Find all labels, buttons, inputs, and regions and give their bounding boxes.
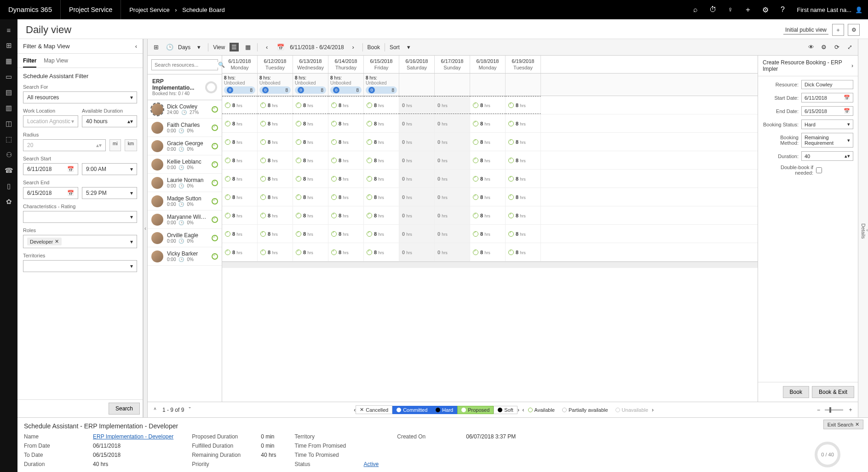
chevron-left-icon[interactable]: ‹ — [866, 227, 868, 233]
bp-start-input[interactable]: 6/11/2018📅 — [801, 93, 853, 102]
schedule-cell[interactable]: 8 hrs — [506, 96, 541, 114]
schedule-cell[interactable]: 8 hrs — [222, 225, 258, 243]
grid-view-icon[interactable]: ▦ — [243, 44, 253, 51]
schedule-cell[interactable]: 0 hrs — [435, 114, 470, 132]
resource-row[interactable]: Madge Sutton0:00 🕒 0% — [148, 192, 222, 210]
schedule-cell[interactable]: 0 hrs — [399, 151, 435, 169]
work-location-select[interactable]: Location Agnostic▾ — [23, 115, 78, 127]
schedule-cell[interactable]: 8 hrs — [506, 170, 541, 188]
book-button[interactable]: Book — [783, 386, 809, 398]
schedule-cell[interactable]: 0 hrs — [435, 170, 470, 188]
help-icon[interactable]: ? — [774, 6, 792, 14]
schedule-cell[interactable]: 0 hrs — [399, 96, 435, 114]
chevron-down-icon[interactable]: ＾ — [152, 406, 158, 414]
nav-item-5[interactable]: ▥ — [0, 100, 17, 116]
schedule-cell[interactable]: 8 hrs — [470, 188, 506, 206]
search-start-date[interactable]: 6/11/2018📅 — [23, 163, 78, 175]
book-button[interactable]: Book — [368, 44, 380, 51]
nav-item-11[interactable]: ✿ — [0, 194, 17, 210]
legend-next2-icon[interactable]: › — [652, 407, 654, 413]
schedule-cell[interactable]: 0 hrs — [399, 133, 435, 151]
schedule-cell[interactable]: 8 hrs — [470, 96, 506, 114]
schedule-cell[interactable]: 8 hrs — [506, 188, 541, 206]
schedule-cell[interactable]: 0 hrs — [435, 206, 470, 224]
breadcrumb-root[interactable]: Project Service — [129, 6, 169, 13]
schedule-cell[interactable]: 0 hrs — [435, 151, 470, 169]
schedule-cell[interactable]: 8 hrs — [293, 206, 328, 224]
search-start-time[interactable]: 9:00 AM▾ — [82, 163, 137, 175]
sort-button[interactable]: Sort — [390, 44, 400, 51]
resource-row[interactable]: Vicky Barker0:00 🕒 0% — [148, 247, 222, 266]
avail-duration-input[interactable]: 40 hours▴▾ — [82, 115, 137, 127]
schedule-cell[interactable]: 8 hrs — [222, 133, 258, 151]
schedule-cell[interactable]: 0 hrs — [399, 225, 435, 243]
refresh-icon[interactable]: ⟳ — [832, 44, 841, 51]
tab-filter[interactable]: Filter — [23, 57, 36, 68]
chevron-down-icon[interactable]: ˇ — [189, 407, 190, 413]
schedule-cell[interactable]: 8 hrs — [470, 225, 506, 243]
sa-stat-value[interactable]: Active — [364, 461, 379, 467]
resource-row[interactable]: Dick Cowley24:00 🕒 27% — [148, 100, 222, 119]
breadcrumb-page[interactable]: Schedule Board — [182, 6, 225, 13]
schedule-cell[interactable]: 8 hrs — [293, 243, 328, 261]
horizontal-scrollbar[interactable] — [222, 262, 758, 268]
bp-method-select[interactable]: Remaining Requirement▾ — [801, 133, 853, 148]
zoom-slider[interactable] — [825, 409, 843, 411]
tab-map-view[interactable]: Map View — [44, 57, 68, 68]
caret-down-icon[interactable]: ▾ — [194, 44, 203, 51]
resource-row[interactable]: Maryanne Wilcox0:00 🕒 0% — [148, 210, 222, 229]
schedule-cell[interactable]: 8 hrs — [258, 225, 293, 243]
legend-committed[interactable]: Committed — [392, 406, 431, 414]
resource-search-field[interactable] — [155, 62, 218, 68]
schedule-cell[interactable]: 8 hrs — [293, 151, 328, 169]
schedule-cell[interactable]: 8 hrs — [222, 96, 258, 114]
schedule-cell[interactable]: 8 hrs — [364, 225, 399, 243]
schedule-cell[interactable]: 8 hrs — [364, 206, 399, 224]
schedule-cell[interactable]: 8 hrs — [470, 133, 506, 151]
next-icon[interactable]: › — [349, 44, 358, 51]
schedule-cell[interactable]: 8 hrs — [506, 114, 541, 132]
panel-resize-handle[interactable]: ‹ — [143, 39, 148, 417]
schedule-cell[interactable]: 8 hrs — [328, 133, 364, 151]
schedule-cell[interactable]: 8 hrs — [258, 206, 293, 224]
gear-icon[interactable]: ⚙ — [819, 44, 828, 51]
nav-item-2[interactable]: ▦ — [0, 53, 17, 69]
schedule-cell[interactable]: 8 hrs — [328, 243, 364, 261]
bp-end-input[interactable]: 6/15/2018📅 — [801, 106, 853, 116]
book-exit-button[interactable]: Book & Exit — [812, 386, 854, 398]
brand[interactable]: Dynamics 365 — [0, 0, 61, 19]
schedule-cell[interactable]: 8 hrs — [506, 206, 541, 224]
schedule-cell[interactable]: 8 hrs — [470, 151, 506, 169]
schedule-cell[interactable]: 8 hrs — [258, 188, 293, 206]
schedule-cell[interactable]: 8 hrs — [364, 243, 399, 261]
schedule-cell[interactable]: 8 hrs — [328, 188, 364, 206]
add-view-button[interactable]: ＋ — [832, 24, 844, 36]
schedule-cell[interactable]: 8 hrs — [470, 206, 506, 224]
lightbulb-icon[interactable]: ♀ — [722, 6, 739, 14]
schedule-cell[interactable]: 8 hrs — [506, 225, 541, 243]
schedule-cell[interactable]: 8 hrs — [328, 114, 364, 132]
bp-status-select[interactable]: Hard▾ — [801, 119, 853, 129]
nav-item-6[interactable]: ◫ — [0, 116, 17, 131]
collapse-left-icon[interactable]: ‹ — [135, 43, 137, 50]
schedule-cell[interactable]: 8 hrs — [470, 114, 506, 132]
details-rail[interactable]: ‹ Details — [858, 39, 868, 417]
schedule-cell[interactable]: 8 hrs — [364, 96, 399, 114]
schedule-cell[interactable]: 8 hrs — [258, 170, 293, 188]
schedule-cell[interactable]: 8 hrs — [328, 206, 364, 224]
nav-item-9[interactable]: ☎ — [0, 163, 17, 178]
legend-next-icon[interactable]: › — [517, 407, 519, 413]
role-tag[interactable]: Developer ✕ — [27, 238, 62, 245]
schedule-cell[interactable]: 0 hrs — [399, 243, 435, 261]
nav-item-8[interactable]: ⚇ — [0, 147, 17, 163]
legend-hard[interactable]: Hard — [431, 406, 457, 414]
schedule-cell[interactable]: 8 hrs — [222, 151, 258, 169]
days-label[interactable]: Days — [178, 44, 190, 51]
prev-icon[interactable]: ‹ — [262, 44, 271, 51]
sa-name-link[interactable]: ERP Implementation - Developer — [93, 433, 173, 440]
schedule-cell[interactable]: 8 hrs — [364, 133, 399, 151]
hamburger-icon[interactable]: ≡ — [0, 22, 17, 38]
schedule-cell[interactable]: 8 hrs — [222, 188, 258, 206]
eye-icon[interactable]: 👁 — [806, 44, 816, 51]
search-for-select[interactable]: All resources▾ — [23, 91, 137, 103]
